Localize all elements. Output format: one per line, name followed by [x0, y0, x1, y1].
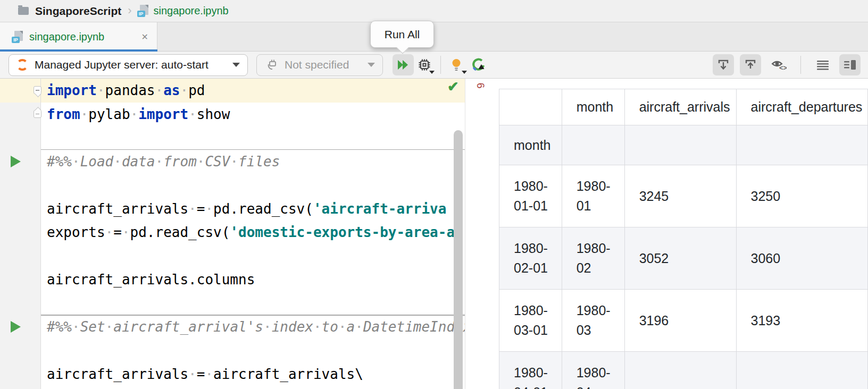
- whitespace-dot: ·: [188, 201, 197, 217]
- sync-packages-button[interactable]: [468, 54, 489, 75]
- expand-outputs-button[interactable]: [713, 54, 734, 75]
- table-cell: 3052: [624, 227, 736, 290]
- close-icon[interactable]: ✕: [141, 32, 148, 42]
- folder-icon: [18, 7, 29, 15]
- code-token: =: [113, 224, 122, 240]
- execution-count-label: 9: [475, 82, 487, 89]
- code-token: aircraft_arrivals: [47, 366, 188, 382]
- code-line[interactable]: [0, 339, 465, 363]
- table-cell: 1980-03: [562, 290, 624, 352]
- whitespace-dot: ·: [355, 319, 363, 335]
- breadcrumb-file[interactable]: singapore.ipynb: [154, 5, 229, 17]
- cell-separator: [41, 149, 465, 150]
- table-cell: 3245: [624, 165, 736, 227]
- inspection-ok-icon: ✔: [447, 79, 459, 95]
- run-cell-button[interactable]: [11, 321, 21, 333]
- chevron-down-icon: [368, 63, 375, 67]
- code-token: CSV: [205, 154, 230, 170]
- gutter-border: [40, 79, 41, 389]
- code-token: files: [238, 154, 280, 170]
- code-line[interactable]: [0, 126, 465, 150]
- table-cell: 3060: [736, 227, 867, 290]
- plug-icon: [264, 58, 278, 72]
- chevron-down-icon: [232, 63, 240, 67]
- code-line[interactable]: aircraft_arrivals.columns: [0, 268, 465, 292]
- table-row: 1980-03-011980-0331963193: [499, 290, 868, 352]
- ipynb-badge: IP: [12, 37, 20, 43]
- code-line[interactable]: #%%·Set·aircraft_arrival's·index·to·a·Da…: [0, 315, 465, 339]
- run-cell-button[interactable]: [11, 156, 21, 167]
- fold-marker[interactable]: [34, 86, 41, 94]
- jupyter-icon: [16, 59, 28, 71]
- run-all-button[interactable]: [393, 54, 414, 75]
- whitespace-dot: ·: [97, 82, 105, 98]
- table-cell: 1980-04-01: [499, 352, 562, 389]
- table-cell: [624, 125, 736, 165]
- table-cell: [624, 352, 736, 389]
- whitespace-dot: ·: [122, 224, 130, 240]
- code-line[interactable]: aircraft_arrivals·=·aircraft_arrivals\: [0, 362, 465, 386]
- code-area[interactable]: import·pandas·as·pdfrom·pylab·import·sho…: [0, 79, 465, 389]
- code-token: from: [163, 154, 197, 170]
- hide-code-in-preview-button[interactable]: <>: [768, 54, 789, 75]
- table-cell: [736, 125, 867, 165]
- code-line[interactable]: aircraft_arrivals·=·pd.read_csv('aircraf…: [0, 197, 465, 221]
- code-token: =: [197, 201, 205, 217]
- code-token: import: [47, 82, 97, 98]
- session-selector[interactable]: Not specified: [256, 54, 383, 76]
- code-token: pylab: [88, 106, 130, 122]
- ipynb-file-icon: IP: [137, 5, 148, 17]
- table-cell: 1980-02: [562, 227, 624, 290]
- code-token: #%%: [47, 319, 72, 335]
- jupyter-server-selector[interactable]: Managed Jupyter server: auto-start: [9, 54, 248, 76]
- cell-separator: [41, 315, 465, 316]
- table-row: 1980-02-011980-0230523060: [499, 227, 868, 290]
- tab-singapore-ipynb[interactable]: IP singapore.ipynb ✕: [0, 22, 157, 52]
- dataframe-header: monthaircraft_arrivalsaircraft_departure…: [499, 89, 868, 125]
- sync-packages-icon: [470, 57, 486, 73]
- code-line[interactable]: [0, 173, 465, 197]
- tab-label: singapore.ipynb: [29, 31, 135, 43]
- whitespace-dot: ·: [188, 366, 197, 382]
- code-token: aircraft_arrivals.columns: [47, 272, 255, 287]
- code-line[interactable]: import·pandas·as·pd: [0, 79, 465, 103]
- collapse-outputs-button[interactable]: [740, 54, 761, 75]
- restart-kernel-button[interactable]: [414, 54, 435, 75]
- dataframe-body: month1980-01-011980-01324532501980-02-01…: [499, 125, 868, 389]
- notebook-split-view: import·pandas·as·pdfrom·pylab·import·sho…: [0, 79, 868, 389]
- code-line[interactable]: [0, 244, 465, 268]
- code-editor[interactable]: import·pandas·as·pdfrom·pylab·import·sho…: [0, 79, 465, 389]
- code-line[interactable]: exports·=·pd.read_csv('domestic-exports-…: [0, 221, 465, 244]
- whitespace-dot: ·: [180, 82, 188, 98]
- toolbar-right-group: <>: [713, 54, 861, 75]
- code-token: to: [322, 319, 338, 335]
- run-all-tooltip: Run All: [370, 21, 434, 48]
- lightbulb-icon: [450, 58, 464, 72]
- intention-actions-button[interactable]: [446, 54, 468, 75]
- code-token: data: [122, 154, 155, 170]
- editor-only-layout-button[interactable]: [812, 54, 833, 75]
- chevron-down-icon: [429, 71, 435, 74]
- code-token: a: [347, 319, 355, 335]
- code-token: 'aircraft-arriva: [313, 201, 446, 217]
- toolbar-divider: [440, 56, 441, 74]
- breadcrumb-project[interactable]: SingaporeScript: [35, 5, 121, 18]
- fold-marker[interactable]: [34, 110, 41, 118]
- code-line[interactable]: [0, 386, 465, 389]
- whitespace-dot: ·: [263, 319, 272, 335]
- code-line[interactable]: [0, 292, 465, 316]
- code-line[interactable]: from·pylab·import·show: [0, 103, 465, 126]
- collapse-outputs-icon: [743, 57, 758, 72]
- code-line[interactable]: #%%·Load·data·from·CSV·files: [0, 150, 465, 174]
- tab-bar: IP singapore.ipynb ✕: [0, 22, 868, 52]
- output-preview-panel[interactable]: 9 monthaircraft_arrivalsaircraft_departu…: [465, 79, 868, 389]
- editor-and-preview-layout-button[interactable]: [839, 54, 861, 75]
- code-token: pandas: [105, 82, 155, 98]
- code-token: index: [272, 319, 313, 335]
- whitespace-dot: ·: [205, 201, 213, 217]
- whitespace-dot: ·: [188, 106, 197, 122]
- table-cell: 1980-01-01: [499, 165, 562, 227]
- ipynb-file-icon: IP: [12, 31, 23, 43]
- breadcrumb: SingaporeScript › IP singapore.ipynb: [0, 0, 868, 22]
- editor-scrollbar[interactable]: [454, 130, 463, 389]
